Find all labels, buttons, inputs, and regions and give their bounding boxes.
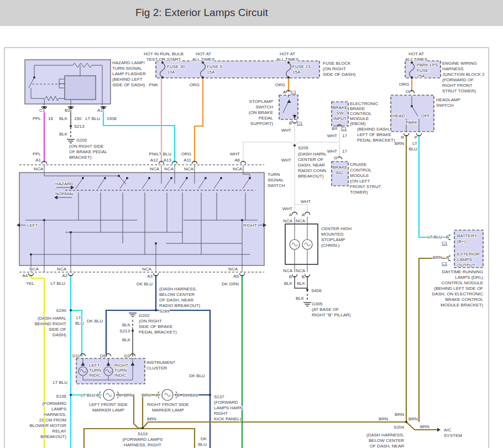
lamp-filament-icon <box>106 393 112 397</box>
diagram-label: SW <box>337 111 344 116</box>
diagram-label: 17 <box>342 133 347 138</box>
diagram-label: G <box>334 155 337 160</box>
diagram-label: B <box>446 235 449 239</box>
diagram-label: STRUT TOWER) <box>442 88 476 93</box>
diagram-label: LT BLU <box>157 152 172 157</box>
diagram-label: KICK PANEL) <box>214 416 242 421</box>
splice-dot <box>70 231 72 233</box>
diagram-label: DASH) <box>53 332 66 337</box>
diagram-label: DK GRN <box>222 282 239 286</box>
brn-cross-wire <box>143 422 406 428</box>
diagram-label: LEFT <box>27 223 38 228</box>
diagram-label: LEFT OF BRAKE <box>357 132 391 137</box>
splice-dot <box>43 219 45 221</box>
diagram-label: B <box>96 393 99 398</box>
diagram-label: INDIC <box>114 373 127 378</box>
diagram-label: NCA <box>283 218 293 223</box>
diagram-label: HOT AT <box>408 51 424 56</box>
diagram-label: A <box>302 212 305 217</box>
diagram-label: SIG. <box>336 170 344 175</box>
splice-dot <box>306 289 308 291</box>
splice-dot <box>294 144 296 147</box>
diagram-label: HAZARD <box>55 181 74 186</box>
splice-dot <box>241 219 243 221</box>
diagram-label: SYSTEM <box>444 433 462 438</box>
diagram-label: A13 <box>164 158 172 163</box>
diagram-label: FUSE 5 <box>207 64 223 69</box>
ltblu-headlamp <box>419 135 449 237</box>
diagram-label: A <box>283 90 286 95</box>
diagram-label: LT BLU <box>51 281 66 286</box>
diagram-label: BRN <box>408 416 418 421</box>
diagram-label: ORG <box>399 82 409 87</box>
diagram-label: (DASH HARNESS, <box>366 433 404 437</box>
splice-dot <box>142 427 144 429</box>
diagram-label: LT BLU <box>86 116 101 121</box>
diagram-label: PPL <box>33 116 41 121</box>
diagram-label: HARNESS, <box>44 412 66 417</box>
diagram-label: LAMPS HARN, <box>214 405 244 410</box>
diagram-label: BEHIND RIGHT <box>35 321 66 326</box>
diagram-label: NCA <box>233 166 243 171</box>
splice-dot <box>33 76 35 79</box>
diagram-label: NCA <box>164 166 174 171</box>
diagram-label: ALL TIMES <box>192 57 214 62</box>
diagram-label: A4 <box>22 273 28 278</box>
diagram-label: WHT <box>281 128 291 133</box>
diagram-label: BLK <box>122 337 131 342</box>
diagram-label: NCA <box>228 267 238 272</box>
diagram-label: BRAKE CONTROL <box>446 297 484 302</box>
diagram-label: BLOWER MOTOR <box>29 423 66 428</box>
diagram-label: NCA <box>283 268 293 273</box>
diagram-label: SWITCH <box>255 105 273 110</box>
diagram-label: WHT <box>282 206 292 211</box>
diagram-label: LT BLU <box>53 380 68 385</box>
diagram-label: RIGHT <box>243 223 257 228</box>
splice-dot <box>411 105 413 107</box>
diagram-label: LAMP FLASHER <box>112 71 146 76</box>
diagram-label: A12 <box>150 158 159 163</box>
diagram-label: (CHMSL) <box>321 243 340 248</box>
diagram-label: HAZARD LAMP/ <box>112 60 145 65</box>
splice-dot <box>155 242 157 244</box>
diagram-label: BLK <box>284 281 293 286</box>
diagram-label: D3 <box>124 353 130 358</box>
diagram-label: WHT <box>327 149 337 154</box>
diagram-label: (ON RIGHT SIDE <box>69 144 104 149</box>
diagram-label: MODULE BRACKET) <box>441 303 483 308</box>
diagram-label: D11 <box>72 353 81 358</box>
diagram-label: BRN <box>124 393 133 398</box>
diagram-label: TURN <box>268 172 280 177</box>
diagram-label: C1 <box>442 241 448 246</box>
diagram-label: PEDAL <box>259 116 274 121</box>
splice-dot <box>126 177 128 179</box>
diagram-label: S290 <box>56 308 66 313</box>
diagram-label: A/C <box>444 428 452 433</box>
diagram-label: BRAKE <box>332 105 347 110</box>
diagram-label: NCA <box>150 166 160 171</box>
diagram-label: A <box>289 212 292 217</box>
splice-dot <box>161 76 164 79</box>
diagram-label: LAMPS (DRL) <box>455 275 483 280</box>
diagram-label: CLUSTER <box>146 366 167 371</box>
diagram-label: RIGHT <box>214 411 228 416</box>
diagram-label: B <box>176 393 179 398</box>
diagram-label: 1508 <box>107 116 117 121</box>
diagram-label: BRAKE <box>332 165 347 170</box>
diagram-label: RIGHT FRONT SIDE <box>147 402 188 407</box>
diagram-label: P <box>415 135 417 140</box>
diagram-label: BRN <box>433 255 442 260</box>
diagram-label: C1 <box>291 90 297 95</box>
diagram-label: TEST OR START <box>146 57 181 62</box>
diagram-label: PPL <box>33 152 41 157</box>
splice-dot <box>30 253 32 256</box>
diagram-label: RADIO CONN <box>298 168 326 173</box>
chmsl-box <box>285 224 318 264</box>
diagram-label: (B+) <box>457 239 466 244</box>
wiring-diagram: HAZARD LAMP/TURN SIGNALLAMP FLASHER(BEHI… <box>0 0 503 448</box>
diagram-label: A3 <box>147 274 153 279</box>
splice-dot <box>411 76 413 79</box>
diagram-label: NCA <box>296 218 306 223</box>
diagram-label: G202 <box>76 138 87 143</box>
diagram-label: PEDAL BRACKET) <box>139 330 177 335</box>
